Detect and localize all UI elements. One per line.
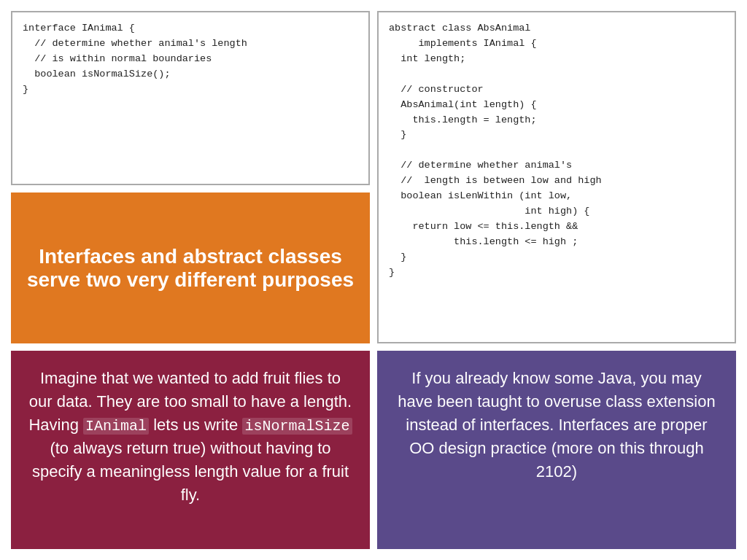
red-info-box: Imagine that we wanted to add fruit flie… bbox=[11, 351, 370, 549]
interface-code-box: interface IAnimal { // determine whether… bbox=[11, 11, 370, 185]
orange-info-box: Interfaces and abstract classes serve tw… bbox=[11, 192, 370, 343]
abstract-class-code-box: abstract class AbsAnimal implements IAni… bbox=[377, 11, 736, 343]
red-box-code2: isNormalSize bbox=[242, 418, 352, 435]
red-box-text-after: (to always return true) without having t… bbox=[32, 439, 349, 504]
purple-info-box: If you already know some Java, you may h… bbox=[377, 351, 736, 549]
red-box-text-mid: lets us write bbox=[149, 416, 242, 434]
red-box-code1: IAnimal bbox=[83, 418, 149, 435]
